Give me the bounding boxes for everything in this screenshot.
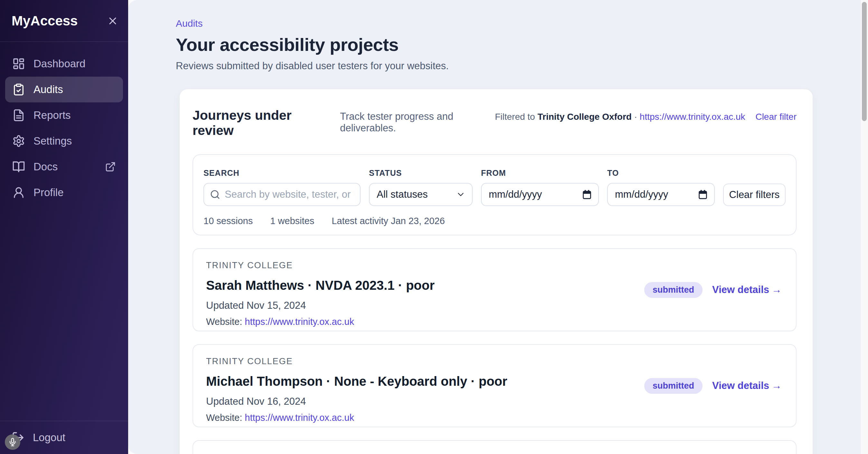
filtered-separator: · — [634, 112, 637, 122]
sidebar-nav: Dashboard Audits Reports Settings Docs — [0, 42, 128, 421]
status-badge: submitted — [644, 282, 703, 298]
sidebar-item-label: Audits — [33, 83, 63, 96]
filter-row: SEARCH STATUS All statuses — [204, 169, 785, 206]
filter-panel: SEARCH STATUS All statuses — [192, 154, 797, 235]
main-content-panel: Audits Your accessibility projects Revie… — [128, 0, 861, 454]
sidebar-header: MyAccess — [0, 0, 128, 42]
arrow-right-icon: → — [772, 284, 782, 295]
file-text-icon — [12, 109, 25, 122]
sidebar-item-label: Docs — [33, 161, 58, 173]
from-label: FROM — [481, 169, 599, 178]
journey-card: TRINITY COLLEGE Michael Thompson · None … — [192, 344, 797, 427]
journey-updated: Updated Nov 16, 2024 — [206, 396, 644, 407]
journey-website-link[interactable]: https://www.trinity.ox.ac.uk — [245, 413, 354, 423]
journey-card: TRINITY COLLEGE Emma Rodriguez · VoiceOv… — [192, 440, 797, 454]
board-header: Journeys under review Track tester progr… — [192, 108, 797, 138]
page-title: Your accessibility projects — [176, 34, 813, 55]
journey-website-label: Website: — [206, 413, 242, 423]
sidebar-item-settings[interactable]: Settings — [5, 128, 123, 154]
journeys-board-card: Journeys under review Track tester progr… — [179, 89, 813, 454]
arrow-right-icon: → — [772, 380, 782, 391]
filtered-to-prefix: Filtered to — [495, 112, 535, 122]
to-label: TO — [607, 169, 715, 178]
from-date-input[interactable]: mm/dd/yyyy — [481, 183, 599, 206]
book-open-icon — [12, 160, 25, 173]
close-icon — [107, 15, 119, 27]
sidebar-item-audits[interactable]: Audits — [5, 77, 123, 102]
status-group: STATUS All statuses — [369, 169, 473, 206]
stat-sessions: 10 sessions — [204, 216, 253, 226]
sidebar-item-label: Dashboard — [33, 58, 85, 70]
microphone-icon — [8, 437, 17, 447]
board-subtitle: Track tester progress and deliverables. — [340, 111, 495, 134]
calendar-icon[interactable] — [582, 189, 592, 200]
journey-title: Sarah Matthews · NVDA 2023.1 · poor — [206, 278, 644, 293]
journey-card-actions: submitted View details→ — [644, 282, 782, 298]
stat-websites: 1 websites — [270, 216, 314, 226]
content-area: Audits Your accessibility projects Revie… — [176, 18, 813, 454]
clipboard-check-icon — [12, 83, 25, 96]
search-box — [204, 183, 361, 206]
board-title: Journeys under review — [192, 108, 322, 138]
stat-latest-activity: Latest activity Jan 23, 2026 — [332, 216, 445, 226]
to-date-value: mm/dd/yyyy — [615, 189, 668, 200]
brand-logo: MyAccess — [11, 13, 78, 29]
filtered-site-url-link[interactable]: https://www.trinity.ox.ac.uk — [640, 112, 745, 122]
search-input[interactable] — [225, 189, 354, 200]
status-select[interactable]: All statuses — [369, 183, 473, 206]
status-badge: submitted — [644, 378, 703, 394]
journey-site-eyebrow: TRINITY COLLEGE — [206, 261, 644, 270]
external-link-icon — [105, 161, 116, 172]
sidebar-item-docs[interactable]: Docs — [5, 154, 123, 180]
sidebar-item-label: Settings — [33, 135, 72, 147]
vertical-scrollbar[interactable] — [861, 0, 868, 454]
status-label: STATUS — [369, 169, 473, 178]
close-sidebar-button[interactable] — [107, 15, 119, 27]
scrollbar-thumb[interactable] — [862, 2, 867, 121]
chevron-down-icon — [456, 190, 466, 199]
page-subtitle: Reviews submitted by disabled user teste… — [176, 60, 813, 72]
from-date-value: mm/dd/yyyy — [489, 189, 542, 200]
sidebar-item-dashboard[interactable]: Dashboard — [5, 51, 123, 77]
gear-icon — [12, 134, 25, 148]
search-group: SEARCH — [204, 169, 361, 206]
search-icon — [210, 189, 220, 200]
sidebar-item-label: Reports — [33, 109, 71, 121]
clear-filters-button[interactable]: Clear filters — [723, 184, 785, 206]
journey-card-actions: submitted View details→ — [644, 378, 782, 394]
journey-website-row: Website: https://www.trinity.ox.ac.uk — [206, 413, 644, 423]
journey-updated: Updated Nov 15, 2024 — [206, 300, 644, 311]
journey-site-eyebrow: TRINITY COLLEGE — [206, 452, 644, 454]
journey-website-row: Website: https://www.trinity.ox.ac.uk — [206, 316, 644, 327]
logout-label: Logout — [33, 431, 65, 444]
journey-title: Michael Thompson · None - Keyboard only … — [206, 374, 644, 389]
dashboard-icon — [12, 57, 25, 70]
view-details-link[interactable]: View details→ — [712, 284, 782, 296]
journey-card-info: TRINITY COLLEGE Sarah Matthews · NVDA 20… — [206, 261, 644, 327]
from-group: FROM mm/dd/yyyy — [481, 169, 599, 206]
journey-card-info: TRINITY COLLEGE Michael Thompson · None … — [206, 357, 644, 423]
sidebar-item-label: Profile — [33, 186, 64, 199]
calendar-icon[interactable] — [698, 189, 708, 200]
journey-card-info: TRINITY COLLEGE Emma Rodriguez · VoiceOv… — [206, 452, 644, 454]
logout-button[interactable]: Logout — [0, 421, 128, 454]
stats-row: 10 sessions 1 websites Latest activity J… — [204, 216, 785, 226]
to-date-input[interactable]: mm/dd/yyyy — [607, 183, 715, 206]
filtered-site-name: Trinity College Oxford — [537, 112, 631, 122]
search-label: SEARCH — [204, 169, 361, 178]
breadcrumb-audits[interactable]: Audits — [176, 18, 203, 29]
view-details-link[interactable]: View details→ — [712, 380, 782, 392]
filtered-to: Filtered to Trinity College Oxford · htt… — [495, 112, 797, 122]
clear-filter-link[interactable]: Clear filter — [755, 112, 797, 122]
journey-card: TRINITY COLLEGE Sarah Matthews · NVDA 20… — [192, 248, 797, 331]
microphone-overlay-button[interactable] — [5, 434, 20, 450]
journey-website-link[interactable]: https://www.trinity.ox.ac.uk — [245, 316, 354, 327]
sidebar: MyAccess Dashboard Audits Reports — [0, 0, 128, 454]
to-group: TO mm/dd/yyyy — [607, 169, 715, 206]
sidebar-item-reports[interactable]: Reports — [5, 102, 123, 128]
status-selected-value: All statuses — [377, 189, 428, 200]
journey-site-eyebrow: TRINITY COLLEGE — [206, 357, 644, 366]
sidebar-item-profile[interactable]: Profile — [5, 180, 123, 205]
user-icon — [12, 186, 25, 199]
journey-website-label: Website: — [206, 316, 242, 327]
